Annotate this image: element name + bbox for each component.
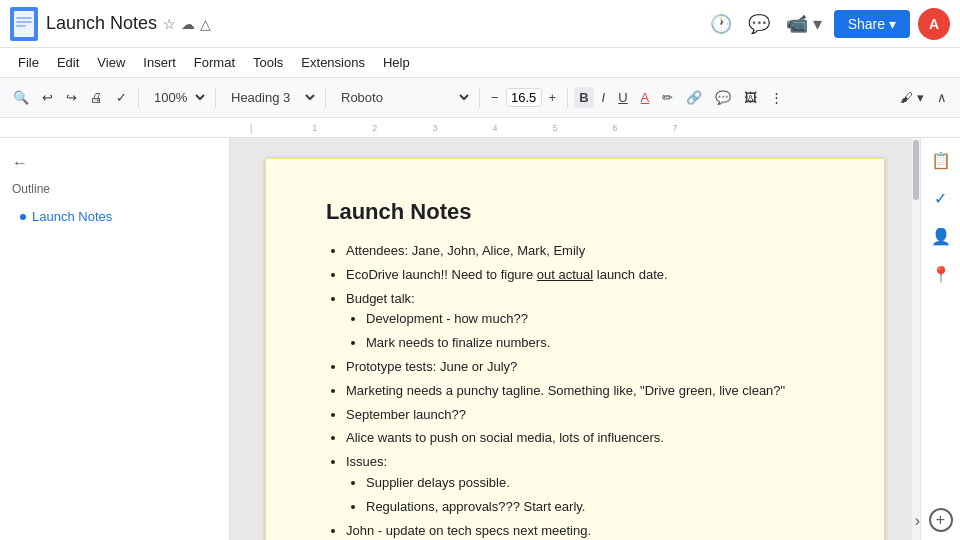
list-item: Supplier delays possible. <box>366 473 824 494</box>
marketing-text: Marketing needs a punchy tagline. Someth… <box>346 383 785 398</box>
rp-maps-icon[interactable]: 📍 <box>927 260 955 288</box>
list-item: Development - how much?? <box>366 309 824 330</box>
ruler-inner: | 1 2 3 4 5 6 7 <box>250 118 677 137</box>
link-button[interactable]: 🔗 <box>681 87 707 108</box>
menu-bar: File Edit View Insert Format Tools Exten… <box>0 48 960 78</box>
chevron-right-icon[interactable]: › <box>915 512 920 530</box>
main-area: ← Outline Launch Notes Launch Notes Atte… <box>0 138 960 540</box>
toolbar-separator-4 <box>479 88 480 108</box>
issues-text: Issues: <box>346 454 387 469</box>
document-page: Launch Notes Attendees: Jane, John, Alic… <box>265 158 885 540</box>
attendees-text: Attendees: Jane, John, Alice, Mark, Emil… <box>346 243 585 258</box>
ecodrive-text: EcoDrive launch!! Need to figure out act… <box>346 267 668 282</box>
text-color-button[interactable]: A <box>636 87 655 108</box>
zoom-select[interactable]: 100% 75% 125% <box>145 86 209 109</box>
font-size-decrease[interactable]: − <box>486 87 504 108</box>
redo-button[interactable]: ↪ <box>61 87 82 108</box>
back-arrow-icon: ← <box>12 154 28 172</box>
dev-cost-text: Development - how much?? <box>366 311 528 326</box>
style-select[interactable]: Heading 3 Normal text Heading 1 Heading … <box>222 86 319 109</box>
svg-rect-2 <box>16 17 32 19</box>
toolbar: 🔍 ↩ ↪ 🖨 ✓ 100% 75% 125% Heading 3 Normal… <box>0 78 960 118</box>
list-item: Budget talk: Development - how much?? Ma… <box>346 289 824 354</box>
list-item: Issues: Supplier delays possible. Regula… <box>346 452 824 517</box>
svg-rect-4 <box>16 25 26 27</box>
cloud-icon: ☁ <box>181 16 195 32</box>
rp-add-button[interactable]: + <box>929 508 953 532</box>
comment-button[interactable]: 💬 <box>710 87 736 108</box>
title-icons: ☆ ☁ △ <box>163 16 211 32</box>
menu-edit[interactable]: Edit <box>49 52 87 73</box>
september-text: September launch?? <box>346 407 466 422</box>
list-item: Alice wants to push on social media, lot… <box>346 428 824 449</box>
menu-tools[interactable]: Tools <box>245 52 291 73</box>
menu-insert[interactable]: Insert <box>135 52 184 73</box>
toolbar-separator-2 <box>215 88 216 108</box>
doc-page-title: Launch Notes <box>326 199 824 225</box>
rp-tasks-icon[interactable]: ✓ <box>927 184 955 212</box>
print-button[interactable]: 🖨 <box>85 87 108 108</box>
list-item: Attendees: Jane, John, Alice, Mark, Emil… <box>346 241 824 262</box>
star-icon[interactable]: ☆ <box>163 16 176 32</box>
font-size-input[interactable] <box>506 88 542 107</box>
prototype-text: Prototype tests: June or July? <box>346 359 517 374</box>
list-item: Prototype tests: June or July? <box>346 357 824 378</box>
mark-numbers-text: Mark needs to finalize numbers. <box>366 335 550 350</box>
toolbar-separator-3 <box>325 88 326 108</box>
sidebar-item-launch-notes[interactable]: Launch Notes <box>0 204 229 229</box>
svg-rect-3 <box>16 21 32 23</box>
history-button[interactable]: 🕐 <box>706 9 736 39</box>
more-button[interactable]: ⋮ <box>765 87 788 108</box>
share-chevron: ▾ <box>889 16 896 32</box>
image-button[interactable]: 🖼 <box>739 87 762 108</box>
menu-view[interactable]: View <box>89 52 133 73</box>
rp-notes-icon[interactable]: 📋 <box>927 146 955 174</box>
supplier-text: Supplier delays possible. <box>366 475 510 490</box>
list-item: September launch?? <box>346 405 824 426</box>
list-item: John - update on tech specs next meeting… <box>346 521 824 540</box>
doc-content: Attendees: Jane, John, Alice, Mark, Emil… <box>326 241 824 540</box>
scroll-indicator[interactable] <box>912 138 920 540</box>
chevron-up-button[interactable]: ∧ <box>932 87 952 108</box>
avatar[interactable]: A <box>918 8 950 40</box>
list-item: Marketing needs a punchy tagline. Someth… <box>346 381 824 402</box>
menu-help[interactable]: Help <box>375 52 418 73</box>
scroll-thumb <box>913 140 919 200</box>
chat-button[interactable]: 💬 <box>744 9 774 39</box>
font-select[interactable]: Roboto Arial Times New Roman <box>332 86 473 109</box>
ruler: | 1 2 3 4 5 6 7 <box>0 118 960 138</box>
undo-button[interactable]: ↩ <box>37 87 58 108</box>
svg-rect-1 <box>14 11 34 37</box>
search-button[interactable]: 🔍 <box>8 87 34 108</box>
paint-format-button[interactable]: 🖌 ▾ <box>895 87 929 108</box>
john-text: John - update on tech specs next meeting… <box>346 523 591 538</box>
toolbar-separator-5 <box>567 88 568 108</box>
meet-button[interactable]: 📹 ▾ <box>782 9 826 39</box>
sidebar: ← Outline Launch Notes <box>0 138 230 540</box>
sidebar-back-button[interactable]: ← <box>0 148 229 178</box>
doc-app-icon <box>10 7 38 41</box>
gdrive-icon: △ <box>200 16 211 32</box>
rp-contacts-icon[interactable]: 👤 <box>927 222 955 250</box>
toolbar-separator-1 <box>138 88 139 108</box>
sidebar-item-dot <box>20 214 26 220</box>
menu-file[interactable]: File <box>10 52 47 73</box>
list-item: Mark needs to finalize numbers. <box>366 333 824 354</box>
highlight-button[interactable]: ✏ <box>657 87 678 108</box>
alice-text: Alice wants to push on social media, lot… <box>346 430 664 445</box>
share-button[interactable]: Share ▾ <box>834 10 910 38</box>
menu-extensions[interactable]: Extensions <box>293 52 373 73</box>
bold-button[interactable]: B <box>574 87 593 108</box>
doc-title-area: Launch Notes ☆ ☁ △ <box>46 13 211 34</box>
list-item: EcoDrive launch!! Need to figure out act… <box>346 265 824 286</box>
menu-format[interactable]: Format <box>186 52 243 73</box>
sidebar-item-label: Launch Notes <box>32 209 112 224</box>
font-size-box: − + <box>486 87 561 108</box>
spellcheck-button[interactable]: ✓ <box>111 87 132 108</box>
list-item: Regulations, approvals??? Start early. <box>366 497 824 518</box>
italic-button[interactable]: I <box>597 87 611 108</box>
underline-button[interactable]: U <box>613 87 632 108</box>
font-size-increase[interactable]: + <box>544 87 562 108</box>
doc-area[interactable]: Launch Notes Attendees: Jane, John, Alic… <box>230 138 920 540</box>
budget-text: Budget talk: <box>346 291 415 306</box>
